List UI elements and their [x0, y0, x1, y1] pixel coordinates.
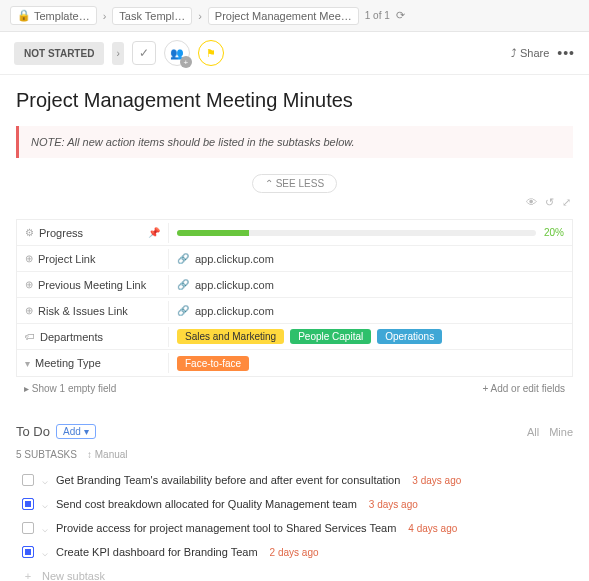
page-title[interactable]: Project Management Meeting Minutes — [16, 89, 573, 112]
field-value[interactable]: app.clickup.com — [195, 253, 274, 265]
task-row[interactable]: ⌵ Get Branding Team's availability befor… — [16, 468, 573, 492]
task-checkbox[interactable] — [22, 498, 34, 510]
link-icon: ⊕ — [25, 305, 33, 316]
breadcrumb-sep: › — [103, 10, 107, 22]
field-label: Meeting Type — [35, 357, 101, 369]
meeting-type-value[interactable]: Face-to-face — [169, 352, 572, 375]
breadcrumb-item[interactable]: Project Management Mee… — [208, 7, 359, 25]
pin-icon[interactable]: 📌 — [148, 227, 160, 238]
task-age: 2 days ago — [270, 547, 319, 558]
share-button[interactable]: ⤴ Share — [511, 47, 549, 59]
filter-all[interactable]: All — [527, 426, 539, 438]
todo-title: To Do — [16, 424, 50, 439]
history-icon[interactable]: ↺ — [545, 196, 554, 209]
task-age: 3 days ago — [369, 499, 418, 510]
subtask-count: 5 SUBTASKS — [16, 449, 77, 460]
complete-button[interactable]: ✓ — [132, 41, 156, 65]
task-checkbox[interactable] — [22, 546, 34, 558]
link-icon: ⊕ — [25, 279, 33, 290]
task-title[interactable]: Provide access for project management to… — [56, 522, 396, 534]
add-assignee-badge: + — [180, 56, 192, 68]
task-checkbox[interactable] — [22, 522, 34, 534]
dept-tag[interactable]: Sales and Marketing — [177, 329, 284, 344]
field-label: Departments — [40, 331, 103, 343]
breadcrumb-sep: › — [198, 10, 202, 22]
see-less-toggle[interactable]: ⌃ SEE LESS — [252, 174, 337, 193]
dept-tag[interactable]: Operations — [377, 329, 442, 344]
link-icon: 🔗 — [177, 305, 189, 316]
progress-bar[interactable]: 20% — [177, 227, 564, 238]
add-edit-fields[interactable]: + Add or edit fields — [482, 383, 565, 394]
sort-mode[interactable]: ↕ Manual — [87, 449, 128, 460]
visibility-icon[interactable]: 👁 — [526, 196, 537, 209]
show-empty-fields[interactable]: ▸ Show 1 empty field — [24, 383, 116, 394]
field-label: Progress — [39, 227, 83, 239]
subtask-icon: ⌵ — [42, 499, 48, 510]
link-icon: 🔗 — [177, 279, 189, 290]
progress-percent: 20% — [544, 227, 564, 238]
subtask-icon: ⌵ — [42, 475, 48, 486]
expand-icon[interactable]: ⤢ — [562, 196, 571, 209]
field-label: Project Link — [38, 253, 95, 265]
custom-fields-table: ⚙Progress📌 20% ⊕Project Link 🔗app.clicku… — [16, 219, 573, 377]
task-age: 4 days ago — [408, 523, 457, 534]
more-menu-button[interactable]: ••• — [557, 45, 575, 61]
refresh-icon[interactable]: ⟳ — [396, 9, 405, 22]
new-subtask-input[interactable]: + New subtask — [16, 564, 573, 581]
subtask-list: ⌵ Get Branding Team's availability befor… — [16, 468, 573, 581]
subtask-icon: ⌵ — [42, 523, 48, 534]
plus-icon: + — [22, 570, 34, 581]
add-subtask-button[interactable]: Add ▾ — [56, 424, 96, 439]
dept-tag[interactable]: People Capital — [290, 329, 371, 344]
link-icon: 🔗 — [177, 253, 189, 264]
field-label: Previous Meeting Link — [38, 279, 146, 291]
breadcrumb-item[interactable]: 🔒 Template… — [10, 6, 97, 25]
task-title[interactable]: Send cost breakdown allocated for Qualit… — [56, 498, 357, 510]
assignee-button[interactable]: 👥+ — [164, 40, 190, 66]
tag-icon: 🏷 — [25, 331, 35, 342]
toolbar: NOT STARTED › ✓ 👥+ ⚑ ⤴ Share ••• — [0, 32, 589, 75]
dropdown-icon: ▾ — [25, 358, 30, 369]
breadcrumb-bar: 🔒 Template… › Task Templ… › Project Mana… — [0, 0, 589, 32]
task-title[interactable]: Create KPI dashboard for Branding Team — [56, 546, 258, 558]
task-age: 3 days ago — [412, 475, 461, 486]
status-button[interactable]: NOT STARTED — [14, 42, 104, 65]
task-row[interactable]: ⌵ Create KPI dashboard for Branding Team… — [16, 540, 573, 564]
subtask-icon: ⌵ — [42, 547, 48, 558]
progress-icon: ⚙ — [25, 227, 34, 238]
task-row[interactable]: ⌵ Send cost breakdown allocated for Qual… — [16, 492, 573, 516]
link-icon: ⊕ — [25, 253, 33, 264]
breadcrumb-item[interactable]: Task Templ… — [112, 7, 192, 25]
note-block: NOTE: All new action items should be lis… — [16, 126, 573, 158]
departments-value[interactable]: Sales and Marketing People Capital Opera… — [169, 325, 572, 348]
field-value[interactable]: app.clickup.com — [195, 279, 274, 291]
task-row[interactable]: ⌵ Provide access for project management … — [16, 516, 573, 540]
task-title[interactable]: Get Branding Team's availability before … — [56, 474, 400, 486]
breadcrumb-count: 1 of 1 — [365, 10, 390, 21]
filter-mine[interactable]: Mine — [549, 426, 573, 438]
priority-flag-button[interactable]: ⚑ — [198, 40, 224, 66]
field-label: Risk & Issues Link — [38, 305, 128, 317]
task-checkbox[interactable] — [22, 474, 34, 486]
field-value[interactable]: app.clickup.com — [195, 305, 274, 317]
status-next-button[interactable]: › — [112, 42, 123, 65]
meeting-type-tag[interactable]: Face-to-face — [177, 356, 249, 371]
